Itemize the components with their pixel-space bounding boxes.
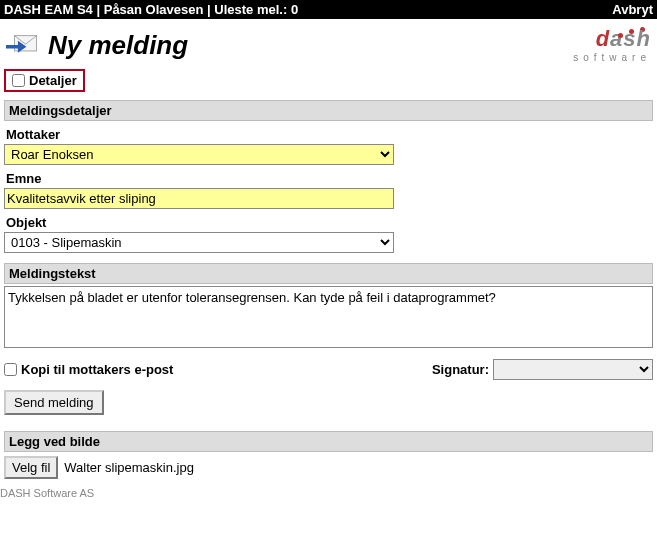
send-button[interactable]: Send melding (4, 390, 104, 415)
copy-email-label: Kopi til mottakers e-post (21, 362, 173, 377)
envelope-arrow-icon (6, 32, 40, 58)
section-attach-image: Legg ved bilde (4, 431, 653, 452)
subject-input[interactable] (4, 188, 394, 209)
object-select[interactable]: 0103 - Slipemaskin (4, 232, 394, 253)
page-title: Ny melding (48, 30, 188, 61)
recipient-label: Mottaker (4, 127, 653, 142)
copy-email-checkbox[interactable] (4, 363, 17, 376)
section-message-text: Meldingstekst (4, 263, 653, 284)
cancel-button[interactable]: Avbryt (612, 2, 653, 17)
page-header: Ny melding dash software (0, 19, 657, 69)
footer-text: DASH Software AS (0, 485, 657, 505)
object-label: Objekt (4, 215, 653, 230)
details-toggle[interactable]: Detaljer (4, 69, 85, 92)
subject-label: Emne (4, 171, 653, 186)
top-bar: DASH EAM S4 | Påsan Olavesen | Uleste me… (0, 0, 657, 19)
section-message-details: Meldingsdetaljer (4, 100, 653, 121)
recipient-select[interactable]: Roar Enoksen (4, 144, 394, 165)
signature-select[interactable] (493, 359, 653, 380)
topbar-title: DASH EAM S4 | Påsan Olavesen | Uleste me… (4, 2, 298, 17)
dash-logo: dash software (573, 27, 651, 63)
details-checkbox[interactable] (12, 74, 25, 87)
details-label: Detaljer (29, 73, 77, 88)
attachment-filename: Walter slipemaskin.jpg (64, 460, 194, 475)
choose-file-button[interactable]: Velg fil (4, 456, 58, 479)
message-body-textarea[interactable]: Tykkelsen på bladet er utenfor toleranse… (4, 286, 653, 348)
signature-label: Signatur: (432, 362, 489, 377)
